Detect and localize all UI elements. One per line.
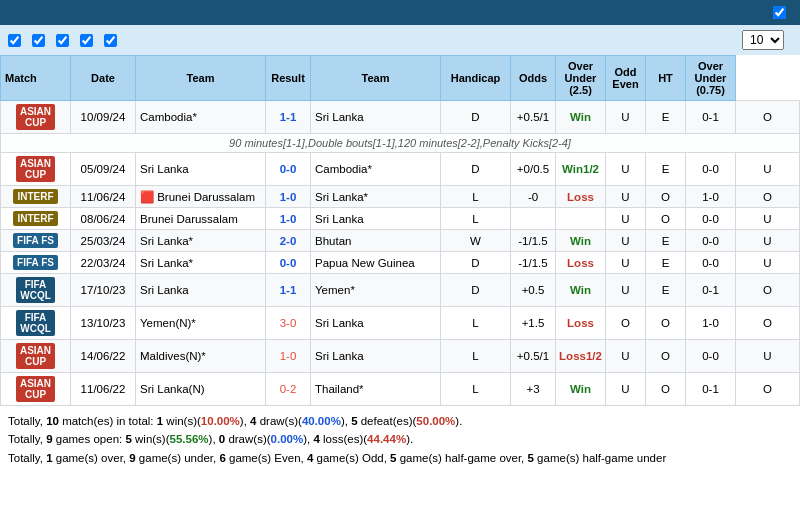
handicap-value: +0/0.5 — [511, 153, 556, 186]
handicap-value: +1.5 — [511, 307, 556, 340]
match-result: 2-0 — [266, 230, 311, 252]
col-team1: Team — [136, 56, 266, 101]
over-under-value: U — [606, 274, 646, 307]
match-result: 0-0 — [266, 252, 311, 274]
last-games-select[interactable]: 10 20 30 All — [742, 30, 784, 50]
table-row: ASIANCUP 10/09/24 Cambodia* 1-1 Sri Lank… — [1, 101, 800, 134]
match-date: 11/06/22 — [71, 373, 136, 406]
team2-name: Sri Lanka — [311, 208, 441, 230]
filter-fifa-fs[interactable] — [104, 34, 120, 47]
handicap-value: +0.5 — [511, 274, 556, 307]
match-badge: ASIANCUP — [1, 153, 71, 186]
draw-result: W — [441, 230, 511, 252]
table-row: INTERF 08/06/24 Brunei Darussalam 1-0 Sr… — [1, 208, 800, 230]
odds-value: Loss1/2 — [556, 340, 606, 373]
match-badge: FIFAWCQL — [1, 307, 71, 340]
table-row: INTERF 11/06/24 🟥 Brunei Darussalam 1-0 … — [1, 186, 800, 208]
odd-even-value: O — [646, 340, 686, 373]
filter-interf[interactable] — [8, 34, 24, 47]
match-date: 05/09/24 — [71, 153, 136, 186]
handicap-value: -1/1.5 — [511, 252, 556, 274]
ht-value: 0-1 — [686, 101, 736, 134]
draw-result: D — [441, 252, 511, 274]
match-result: 1-0 — [266, 340, 311, 373]
display-notes-checkbox[interactable] — [773, 6, 786, 19]
odds-value: Loss — [556, 307, 606, 340]
ht-value: 0-0 — [686, 153, 736, 186]
footer-line2: Totally, 9 games open: 5 win(s)(55.56%),… — [8, 430, 792, 448]
footer: Totally, 10 match(es) in total: 1 win(s)… — [0, 406, 800, 473]
match-result: 0-0 — [266, 153, 311, 186]
match-badge: ASIANCUP — [1, 373, 71, 406]
match-badge: ASIANCUP — [1, 101, 71, 134]
over-under-75-value: U — [736, 153, 800, 186]
col-handicap: Handicap — [441, 56, 511, 101]
team1-name: Brunei Darussalam — [136, 208, 266, 230]
odds-value: Win — [556, 373, 606, 406]
filter-bar: 10 20 30 All — [0, 25, 800, 55]
odds-value — [556, 208, 606, 230]
footer-line1: Totally, 10 match(es) in total: 1 win(s)… — [8, 412, 792, 430]
over-under-75-value: O — [736, 307, 800, 340]
over-under-75-value: U — [736, 252, 800, 274]
col-over-under-25: Over Under (2.5) — [556, 56, 606, 101]
ht-value: 1-0 — [686, 186, 736, 208]
team1-name: Cambodia* — [136, 101, 266, 134]
team1-name: Sri Lanka — [136, 274, 266, 307]
over-under-value: U — [606, 153, 646, 186]
draw-result: D — [441, 153, 511, 186]
match-date: 14/06/22 — [71, 340, 136, 373]
odd-even-value: E — [646, 230, 686, 252]
team2-name: Sri Lanka — [311, 101, 441, 134]
team2-name: Sri Lanka — [311, 307, 441, 340]
filter-fifa-wcql[interactable] — [32, 34, 48, 47]
ht-value: 0-1 — [686, 373, 736, 406]
team1-name: Sri Lanka* — [136, 252, 266, 274]
display-notes-control[interactable] — [773, 6, 790, 19]
odd-even-value: O — [646, 307, 686, 340]
draw-result: D — [441, 101, 511, 134]
match-date: 25/03/24 — [71, 230, 136, 252]
col-odds: Odds — [511, 56, 556, 101]
table-row: ASIANCUP 11/06/22 Sri Lanka(N) 0-2 Thail… — [1, 373, 800, 406]
ht-value: 0-1 — [686, 274, 736, 307]
odds-value: Win — [556, 101, 606, 134]
handicap-value: +0.5/1 — [511, 101, 556, 134]
match-badge: INTERF — [1, 208, 71, 230]
handicap-value: -1/1.5 — [511, 230, 556, 252]
ht-value: 0-0 — [686, 208, 736, 230]
match-result: 1-0 — [266, 186, 311, 208]
over-under-value: O — [606, 307, 646, 340]
filter-asian-cup[interactable] — [56, 34, 72, 47]
filter-saff[interactable] — [80, 34, 96, 47]
odds-value: Win — [556, 274, 606, 307]
title-bar — [0, 0, 800, 25]
draw-result: L — [441, 307, 511, 340]
over-under-75-value: O — [736, 274, 800, 307]
scores-table: Match Date Team Result Team Handicap Odd… — [0, 55, 800, 406]
col-match: Match — [1, 56, 71, 101]
col-date: Date — [71, 56, 136, 101]
table-row: FIFA FS 25/03/24 Sri Lanka* 2-0 Bhutan W… — [1, 230, 800, 252]
match-result: 0-2 — [266, 373, 311, 406]
odd-even-value: O — [646, 186, 686, 208]
col-odd-even: Odd Even — [606, 56, 646, 101]
over-under-75-value: O — [736, 373, 800, 406]
over-under-75-value: U — [736, 340, 800, 373]
table-row: FIFAWCQL 17/10/23 Sri Lanka 1-1 Yemen* D… — [1, 274, 800, 307]
match-date: 11/06/24 — [71, 186, 136, 208]
team2-name: Thailand* — [311, 373, 441, 406]
over-under-value: U — [606, 252, 646, 274]
over-under-value: U — [606, 373, 646, 406]
table-row: FIFAWCQL 13/10/23 Yemen(N)* 3-0 Sri Lank… — [1, 307, 800, 340]
odds-value: Loss — [556, 252, 606, 274]
match-result: 1-1 — [266, 101, 311, 134]
odd-even-value: E — [646, 153, 686, 186]
team2-name: Yemen* — [311, 274, 441, 307]
note-text: 90 minutes[1-1],Double bouts[1-1],120 mi… — [1, 134, 800, 153]
draw-result: L — [441, 340, 511, 373]
odd-even-value: E — [646, 252, 686, 274]
over-under-value: U — [606, 230, 646, 252]
team1-name: Yemen(N)* — [136, 307, 266, 340]
team1-name: Sri Lanka — [136, 153, 266, 186]
